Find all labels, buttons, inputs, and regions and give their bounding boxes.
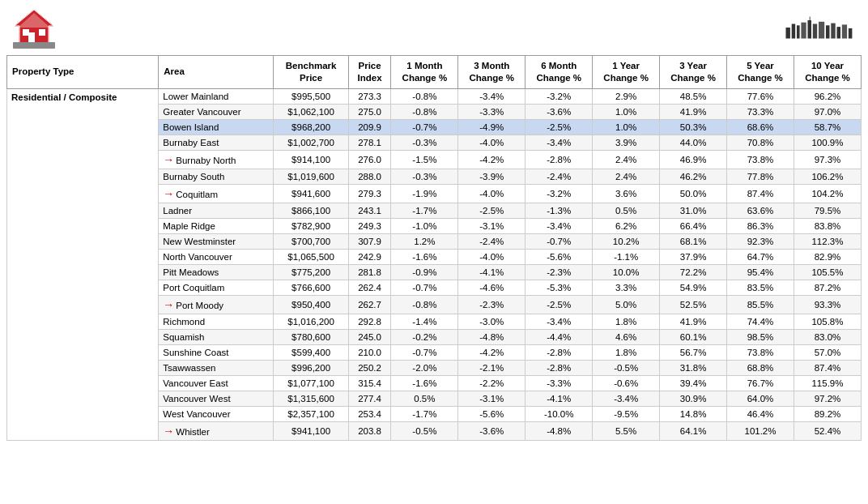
col-3m: 3 MonthChange %	[458, 56, 525, 89]
svg-rect-10	[801, 23, 806, 39]
red-arrow-icon: →	[163, 153, 174, 166]
3y-cell: 44.0%	[660, 135, 727, 150]
benchmark-cell: $1,315,600	[274, 391, 348, 406]
3m-cell: -3.4%	[458, 88, 525, 104]
index-cell: 250.2	[348, 360, 391, 375]
3y-cell: 54.9%	[660, 280, 727, 295]
mls-house-icon	[13, 6, 55, 49]
10y-cell: 87.4%	[794, 360, 861, 375]
5y-cell: 64.0%	[727, 391, 794, 406]
col-5y: 5 YearChange %	[727, 56, 794, 89]
10y-cell: 82.9%	[794, 249, 861, 264]
5y-cell: 92.3%	[727, 233, 794, 249]
1m-cell: -0.3%	[391, 169, 458, 184]
benchmark-cell: $914,100	[274, 150, 348, 169]
3m-cell: -2.5%	[458, 203, 525, 218]
3m-cell: -4.9%	[458, 119, 525, 135]
6m-cell: -4.8%	[525, 421, 593, 440]
1m-cell: 0.5%	[391, 391, 458, 406]
10y-cell: 96.2%	[794, 88, 861, 104]
area-cell: Richmond	[159, 314, 274, 329]
5y-cell: 74.4%	[727, 314, 794, 329]
benchmark-cell: $1,016,200	[274, 314, 348, 329]
1m-cell: -0.5%	[391, 421, 458, 440]
3y-cell: 41.9%	[660, 314, 727, 329]
benchmark-cell: $1,065,500	[274, 249, 348, 264]
3y-cell: 46.9%	[660, 150, 727, 169]
3y-cell: 52.5%	[660, 295, 727, 314]
5y-cell: 77.8%	[727, 169, 794, 184]
index-cell: 292.8	[348, 314, 391, 329]
3y-cell: 56.7%	[660, 344, 727, 360]
1m-cell: -1.7%	[391, 406, 458, 421]
1y-cell: 1.8%	[593, 314, 660, 329]
benchmark-cell: $2,357,100	[274, 406, 348, 421]
5y-cell: 85.5%	[727, 295, 794, 314]
red-arrow-icon: →	[163, 425, 174, 438]
1m-cell: -0.9%	[391, 264, 458, 280]
3m-cell: -4.1%	[458, 264, 525, 280]
5y-cell: 86.3%	[727, 218, 794, 233]
3y-cell: 31.0%	[660, 203, 727, 218]
svg-rect-8	[792, 24, 796, 39]
6m-cell: -3.3%	[525, 375, 593, 391]
rebgv-logo	[782, 16, 855, 39]
svg-rect-17	[842, 24, 847, 38]
table-container: Property Type Area BenchmarkPrice PriceI…	[0, 55, 868, 451]
5y-cell: 73.8%	[727, 344, 794, 360]
col-price-index: PriceIndex	[348, 56, 391, 89]
red-arrow-icon: →	[163, 298, 174, 311]
index-cell: 278.1	[348, 135, 391, 150]
col-property-type: Property Type	[7, 56, 159, 89]
3y-cell: 66.4%	[660, 218, 727, 233]
benchmark-cell: $941,100	[274, 421, 348, 440]
6m-cell: -3.2%	[525, 184, 593, 203]
3y-cell: 50.3%	[660, 119, 727, 135]
10y-cell: 83.0%	[794, 329, 861, 344]
1y-cell: 5.0%	[593, 295, 660, 314]
3m-cell: -2.4%	[458, 233, 525, 249]
1m-cell: -1.7%	[391, 203, 458, 218]
10y-cell: 52.4%	[794, 421, 861, 440]
1m-cell: -0.3%	[391, 135, 458, 150]
3m-cell: -2.3%	[458, 295, 525, 314]
benchmark-cell: $996,200	[274, 360, 348, 375]
3m-cell: -4.2%	[458, 150, 525, 169]
6m-cell: -3.4%	[525, 135, 593, 150]
table-header-row: Property Type Area BenchmarkPrice PriceI…	[7, 56, 862, 89]
1m-cell: -0.7%	[391, 280, 458, 295]
col-3y: 3 YearChange %	[660, 56, 727, 89]
benchmark-cell: $1,077,100	[274, 375, 348, 391]
area-cell: →Port Moody	[159, 295, 274, 314]
1y-cell: 3.6%	[593, 184, 660, 203]
col-10y: 10 YearChange %	[794, 56, 861, 89]
3m-cell: -5.6%	[458, 406, 525, 421]
area-cell: Vancouver West	[159, 391, 274, 406]
5y-cell: 76.7%	[727, 375, 794, 391]
area-cell: North Vancouver	[159, 249, 274, 264]
benchmark-cell: $995,500	[274, 88, 348, 104]
6m-cell: -0.7%	[525, 233, 593, 249]
6m-cell: -3.4%	[525, 314, 593, 329]
area-cell: Sunshine Coast	[159, 344, 274, 360]
10y-cell: 104.2%	[794, 184, 861, 203]
col-area: Area	[159, 56, 274, 89]
1y-cell: 2.4%	[593, 169, 660, 184]
1y-cell: 5.5%	[593, 421, 660, 440]
1m-cell: -1.5%	[391, 150, 458, 169]
6m-cell: -2.5%	[525, 295, 593, 314]
svg-rect-16	[837, 27, 841, 38]
area-cell: Bowen Island	[159, 119, 274, 135]
area-cell: →Whistler	[159, 421, 274, 440]
3m-cell: -3.1%	[458, 391, 525, 406]
5y-cell: 68.6%	[727, 119, 794, 135]
3y-cell: 72.2%	[660, 264, 727, 280]
price-index-table: Property Type Area BenchmarkPrice PriceI…	[6, 55, 862, 441]
1m-cell: -1.6%	[391, 249, 458, 264]
index-cell: 275.0	[348, 104, 391, 119]
index-cell: 288.0	[348, 169, 391, 184]
3m-cell: -4.0%	[458, 184, 525, 203]
svg-rect-4	[23, 29, 29, 36]
svg-rect-6	[13, 42, 55, 49]
6m-cell: -3.4%	[525, 218, 593, 233]
